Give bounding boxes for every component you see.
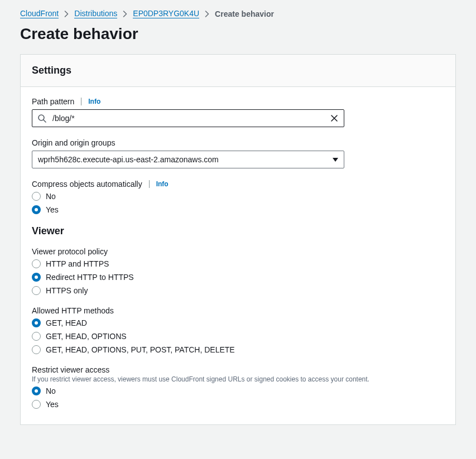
allowed-methods-field: Allowed HTTP methods GET, HEAD GET, HEAD… [32, 306, 444, 354]
protocol-option-https-only[interactable]: HTTPS only [32, 286, 444, 295]
chevron-right-icon [205, 11, 209, 17]
radio-icon [32, 205, 41, 214]
chevron-right-icon [123, 11, 127, 17]
radio-icon [32, 386, 41, 395]
radio-icon [32, 192, 41, 201]
origin-select[interactable]: wprh5h628c.execute-api.us-east-2.amazona… [32, 151, 344, 168]
methods-option-get-head-options[interactable]: GET, HEAD, OPTIONS [32, 332, 444, 341]
radio-icon [32, 332, 41, 341]
breadcrumb-distributions[interactable]: Distributions [74, 9, 117, 18]
page-title: Create behavior [20, 25, 466, 43]
methods-option-all[interactable]: GET, HEAD, OPTIONS, PUT, POST, PATCH, DE… [32, 345, 444, 354]
viewer-protocol-label: Viewer protocol policy [32, 247, 108, 256]
compress-info-link[interactable]: Info [156, 180, 169, 188]
compress-option-yes[interactable]: Yes [32, 205, 444, 214]
path-pattern-label: Path pattern [32, 97, 74, 106]
viewer-protocol-field: Viewer protocol policy HTTP and HTTPS Re… [32, 247, 444, 295]
restrict-access-help: If you restrict viewer access, viewers m… [32, 375, 444, 383]
divider [149, 180, 150, 188]
origin-label: Origin and origin groups [32, 138, 115, 147]
methods-option-get-head[interactable]: GET, HEAD [32, 318, 444, 327]
compress-label: Compress objects automatically [32, 180, 142, 189]
radio-icon [32, 259, 41, 268]
breadcrumb-distribution-id[interactable]: EP0DP3RYG0K4U [133, 9, 199, 18]
radio-icon [32, 273, 41, 282]
restrict-access-radio-group: No Yes [32, 386, 444, 409]
radio-icon [32, 286, 41, 295]
viewer-heading: Viewer [32, 225, 444, 237]
path-pattern-input[interactable] [32, 109, 344, 127]
protocol-option-redirect[interactable]: Redirect HTTP to HTTPS [32, 273, 444, 282]
protocol-option-http-https[interactable]: HTTP and HTTPS [32, 259, 444, 268]
radio-icon [32, 400, 41, 409]
divider [81, 98, 81, 105]
compress-radio-group: No Yes [32, 192, 444, 214]
radio-icon [32, 318, 41, 327]
restrict-option-no[interactable]: No [32, 386, 444, 395]
allowed-methods-label: Allowed HTTP methods [32, 306, 114, 315]
path-pattern-info-link[interactable]: Info [88, 98, 100, 105]
caret-down-icon [333, 155, 338, 164]
settings-panel: Settings Path pattern Info Origi [20, 54, 456, 425]
radio-icon [32, 345, 41, 354]
path-pattern-field: Path pattern Info [32, 97, 444, 127]
restrict-access-label: Restrict viewer access [32, 365, 109, 374]
compress-option-no[interactable]: No [32, 192, 444, 201]
restrict-access-field: Restrict viewer access If you restrict v… [32, 365, 444, 409]
allowed-methods-radio-group: GET, HEAD GET, HEAD, OPTIONS GET, HEAD, … [32, 318, 444, 354]
settings-heading: Settings [32, 65, 444, 76]
chevron-right-icon [64, 11, 69, 17]
origin-select-value: wprh5h628c.execute-api.us-east-2.amazona… [38, 155, 219, 164]
restrict-option-yes[interactable]: Yes [32, 400, 444, 409]
origin-field: Origin and origin groups wprh5h628c.exec… [32, 138, 444, 168]
settings-panel-header: Settings [21, 55, 455, 87]
breadcrumb: CloudFront Distributions EP0DP3RYG0K4U C… [20, 9, 466, 18]
viewer-protocol-radio-group: HTTP and HTTPS Redirect HTTP to HTTPS HT… [32, 259, 444, 295]
clear-icon[interactable] [330, 114, 339, 123]
search-icon [37, 114, 46, 123]
breadcrumb-current: Create behavior [215, 9, 274, 18]
breadcrumb-cloudfront[interactable]: CloudFront [20, 9, 59, 18]
settings-panel-body: Path pattern Info Origin and origin grou… [21, 87, 455, 424]
compress-field: Compress objects automatically Info No Y… [32, 180, 444, 214]
